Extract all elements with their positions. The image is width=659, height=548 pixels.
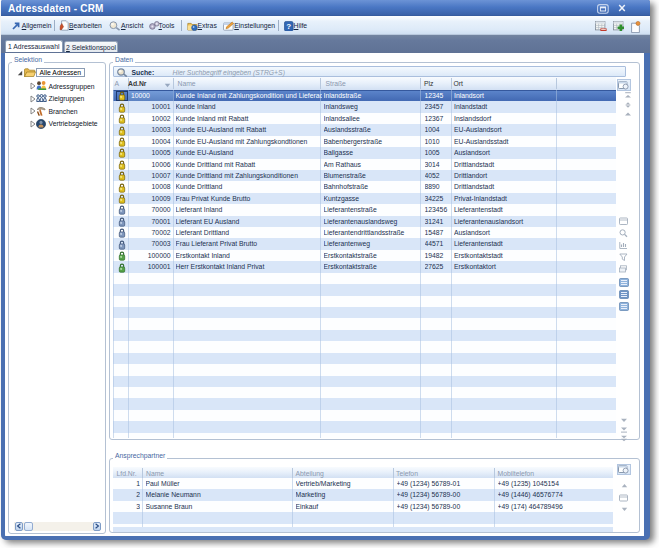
svg-text:?: ? (286, 22, 291, 31)
